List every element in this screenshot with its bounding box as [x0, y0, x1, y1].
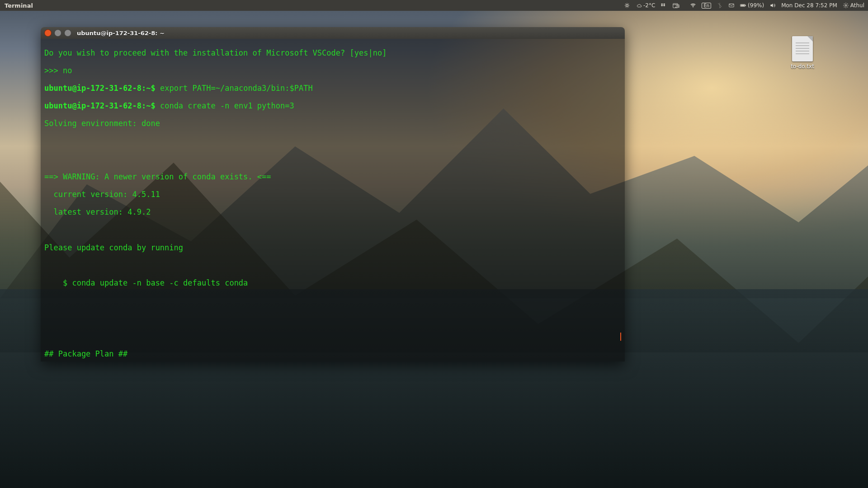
window-titlebar[interactable]: ubuntu@ip-172-31-62-8: ~: [41, 27, 625, 39]
term-prompt-line: ubuntu@ip-172-31-62-8:~$ conda create -n…: [44, 102, 621, 111]
term-prompt-line: ubuntu@ip-172-31-62-8:~$ export PATH=~/a…: [44, 84, 621, 93]
window-minimize-button[interactable]: [54, 29, 61, 37]
term-line: Solving environment: done: [44, 119, 621, 128]
svg-point-0: [626, 5, 628, 7]
window-maximize-button[interactable]: [64, 29, 71, 37]
window-close-button[interactable]: [44, 29, 52, 37]
top-menubar: Terminal -2°C 28 En (99%) Mon Dec 28 7:5…: [0, 0, 658, 11]
term-line: $ conda update -n base -c defaults conda: [44, 279, 621, 288]
weather-temp: -2°C: [643, 2, 655, 9]
term-line: ## Package Plan ##: [44, 350, 621, 359]
terminal-cursor: [620, 333, 621, 341]
term-line: ==> WARNING: A newer version of conda ex…: [44, 173, 621, 182]
term-line: Do you wish to proceed with the installa…: [44, 49, 621, 58]
weather-icon: [636, 2, 642, 9]
weather-indicator[interactable]: -2°C: [636, 2, 655, 9]
window-title: ubuntu@ip-172-31-62-8: ~: [77, 30, 165, 37]
terminal-viewport[interactable]: Do you wish to proceed with the installa…: [41, 39, 625, 361]
terminal-window: ubuntu@ip-172-31-62-8: ~ Do you wish to …: [41, 27, 625, 361]
active-app-label[interactable]: Terminal: [0, 2, 38, 9]
term-line: Please update conda by running: [44, 244, 621, 253]
keyboard-brightness-icon[interactable]: [624, 2, 630, 9]
term-line: latest version: 4.9.2: [44, 208, 621, 217]
term-line: current version: 4.5.11: [44, 190, 621, 199]
term-line: >>> no: [44, 66, 621, 75]
